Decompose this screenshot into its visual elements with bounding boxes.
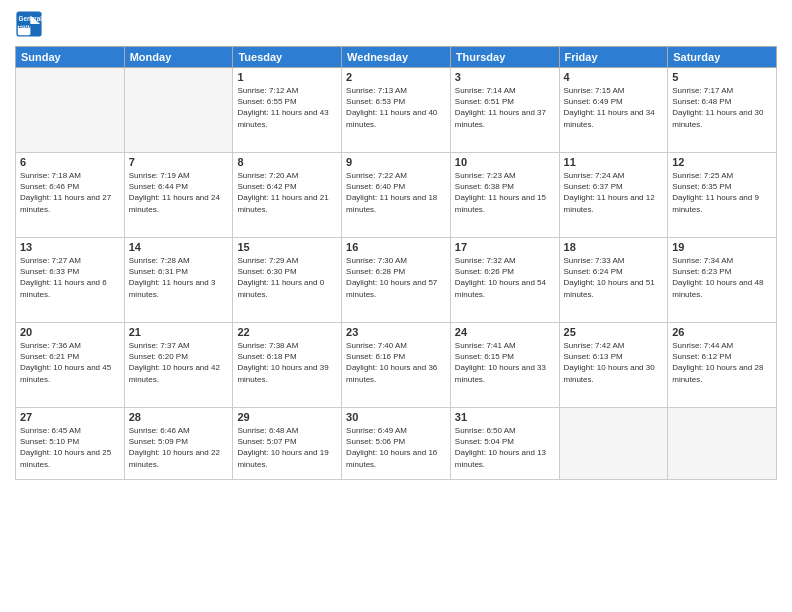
calendar-cell: 31Sunrise: 6:50 AMSunset: 5:04 PMDayligh… <box>450 408 559 480</box>
calendar-cell: 11Sunrise: 7:24 AMSunset: 6:37 PMDayligh… <box>559 153 668 238</box>
day-number: 31 <box>455 411 555 423</box>
weekday-header-tuesday: Tuesday <box>233 47 342 68</box>
day-number: 21 <box>129 326 229 338</box>
day-number: 28 <box>129 411 229 423</box>
calendar-cell: 6Sunrise: 7:18 AMSunset: 6:46 PMDaylight… <box>16 153 125 238</box>
calendar-week-1: 1Sunrise: 7:12 AMSunset: 6:55 PMDaylight… <box>16 68 777 153</box>
calendar-cell: 4Sunrise: 7:15 AMSunset: 6:49 PMDaylight… <box>559 68 668 153</box>
day-number: 1 <box>237 71 337 83</box>
logo: General Blue <box>15 10 47 38</box>
day-info: Sunrise: 7:22 AMSunset: 6:40 PMDaylight:… <box>346 170 446 215</box>
day-info: Sunrise: 7:32 AMSunset: 6:26 PMDaylight:… <box>455 255 555 300</box>
day-number: 7 <box>129 156 229 168</box>
calendar-week-3: 13Sunrise: 7:27 AMSunset: 6:33 PMDayligh… <box>16 238 777 323</box>
weekday-header-row: SundayMondayTuesdayWednesdayThursdayFrid… <box>16 47 777 68</box>
day-info: Sunrise: 6:46 AMSunset: 5:09 PMDaylight:… <box>129 425 229 470</box>
day-number: 29 <box>237 411 337 423</box>
day-number: 3 <box>455 71 555 83</box>
calendar-cell: 9Sunrise: 7:22 AMSunset: 6:40 PMDaylight… <box>342 153 451 238</box>
day-info: Sunrise: 6:50 AMSunset: 5:04 PMDaylight:… <box>455 425 555 470</box>
day-number: 25 <box>564 326 664 338</box>
calendar-cell <box>559 408 668 480</box>
calendar-cell: 30Sunrise: 6:49 AMSunset: 5:06 PMDayligh… <box>342 408 451 480</box>
calendar-cell: 28Sunrise: 6:46 AMSunset: 5:09 PMDayligh… <box>124 408 233 480</box>
calendar-cell <box>668 408 777 480</box>
calendar-cell: 26Sunrise: 7:44 AMSunset: 6:12 PMDayligh… <box>668 323 777 408</box>
day-number: 19 <box>672 241 772 253</box>
day-info: Sunrise: 7:25 AMSunset: 6:35 PMDaylight:… <box>672 170 772 215</box>
calendar-cell: 7Sunrise: 7:19 AMSunset: 6:44 PMDaylight… <box>124 153 233 238</box>
calendar-cell: 5Sunrise: 7:17 AMSunset: 6:48 PMDaylight… <box>668 68 777 153</box>
day-number: 12 <box>672 156 772 168</box>
calendar-cell: 12Sunrise: 7:25 AMSunset: 6:35 PMDayligh… <box>668 153 777 238</box>
calendar-cell <box>16 68 125 153</box>
day-info: Sunrise: 7:34 AMSunset: 6:23 PMDaylight:… <box>672 255 772 300</box>
day-number: 10 <box>455 156 555 168</box>
day-info: Sunrise: 7:38 AMSunset: 6:18 PMDaylight:… <box>237 340 337 385</box>
calendar-cell: 24Sunrise: 7:41 AMSunset: 6:15 PMDayligh… <box>450 323 559 408</box>
day-info: Sunrise: 7:20 AMSunset: 6:42 PMDaylight:… <box>237 170 337 215</box>
calendar-cell: 1Sunrise: 7:12 AMSunset: 6:55 PMDaylight… <box>233 68 342 153</box>
day-number: 14 <box>129 241 229 253</box>
calendar-cell: 3Sunrise: 7:14 AMSunset: 6:51 PMDaylight… <box>450 68 559 153</box>
day-info: Sunrise: 7:33 AMSunset: 6:24 PMDaylight:… <box>564 255 664 300</box>
day-number: 8 <box>237 156 337 168</box>
day-info: Sunrise: 7:44 AMSunset: 6:12 PMDaylight:… <box>672 340 772 385</box>
day-number: 2 <box>346 71 446 83</box>
calendar-cell: 16Sunrise: 7:30 AMSunset: 6:28 PMDayligh… <box>342 238 451 323</box>
day-info: Sunrise: 7:23 AMSunset: 6:38 PMDaylight:… <box>455 170 555 215</box>
day-number: 22 <box>237 326 337 338</box>
calendar-cell: 27Sunrise: 6:45 AMSunset: 5:10 PMDayligh… <box>16 408 125 480</box>
day-info: Sunrise: 6:49 AMSunset: 5:06 PMDaylight:… <box>346 425 446 470</box>
day-info: Sunrise: 7:24 AMSunset: 6:37 PMDaylight:… <box>564 170 664 215</box>
calendar-cell: 20Sunrise: 7:36 AMSunset: 6:21 PMDayligh… <box>16 323 125 408</box>
day-info: Sunrise: 7:41 AMSunset: 6:15 PMDaylight:… <box>455 340 555 385</box>
day-info: Sunrise: 7:40 AMSunset: 6:16 PMDaylight:… <box>346 340 446 385</box>
day-number: 20 <box>20 326 120 338</box>
weekday-header-saturday: Saturday <box>668 47 777 68</box>
day-number: 11 <box>564 156 664 168</box>
calendar-cell: 13Sunrise: 7:27 AMSunset: 6:33 PMDayligh… <box>16 238 125 323</box>
day-info: Sunrise: 7:36 AMSunset: 6:21 PMDaylight:… <box>20 340 120 385</box>
day-info: Sunrise: 7:18 AMSunset: 6:46 PMDaylight:… <box>20 170 120 215</box>
day-number: 17 <box>455 241 555 253</box>
page-container: General Blue SundayMondayTuesdayWednesda… <box>0 0 792 612</box>
calendar-cell <box>124 68 233 153</box>
svg-text:General: General <box>19 15 43 22</box>
day-info: Sunrise: 7:27 AMSunset: 6:33 PMDaylight:… <box>20 255 120 300</box>
day-number: 26 <box>672 326 772 338</box>
calendar-week-5: 27Sunrise: 6:45 AMSunset: 5:10 PMDayligh… <box>16 408 777 480</box>
calendar-cell: 15Sunrise: 7:29 AMSunset: 6:30 PMDayligh… <box>233 238 342 323</box>
day-info: Sunrise: 7:28 AMSunset: 6:31 PMDaylight:… <box>129 255 229 300</box>
calendar-cell: 21Sunrise: 7:37 AMSunset: 6:20 PMDayligh… <box>124 323 233 408</box>
day-number: 18 <box>564 241 664 253</box>
calendar-cell: 19Sunrise: 7:34 AMSunset: 6:23 PMDayligh… <box>668 238 777 323</box>
day-number: 24 <box>455 326 555 338</box>
day-info: Sunrise: 7:15 AMSunset: 6:49 PMDaylight:… <box>564 85 664 130</box>
day-number: 6 <box>20 156 120 168</box>
day-info: Sunrise: 7:14 AMSunset: 6:51 PMDaylight:… <box>455 85 555 130</box>
day-number: 30 <box>346 411 446 423</box>
day-info: Sunrise: 7:13 AMSunset: 6:53 PMDaylight:… <box>346 85 446 130</box>
day-info: Sunrise: 7:42 AMSunset: 6:13 PMDaylight:… <box>564 340 664 385</box>
calendar-cell: 10Sunrise: 7:23 AMSunset: 6:38 PMDayligh… <box>450 153 559 238</box>
day-number: 9 <box>346 156 446 168</box>
calendar-cell: 18Sunrise: 7:33 AMSunset: 6:24 PMDayligh… <box>559 238 668 323</box>
svg-text:Blue: Blue <box>19 22 33 29</box>
day-info: Sunrise: 6:48 AMSunset: 5:07 PMDaylight:… <box>237 425 337 470</box>
day-number: 13 <box>20 241 120 253</box>
day-number: 16 <box>346 241 446 253</box>
day-info: Sunrise: 7:37 AMSunset: 6:20 PMDaylight:… <box>129 340 229 385</box>
weekday-header-friday: Friday <box>559 47 668 68</box>
day-info: Sunrise: 7:29 AMSunset: 6:30 PMDaylight:… <box>237 255 337 300</box>
calendar-cell: 2Sunrise: 7:13 AMSunset: 6:53 PMDaylight… <box>342 68 451 153</box>
calendar-week-4: 20Sunrise: 7:36 AMSunset: 6:21 PMDayligh… <box>16 323 777 408</box>
day-info: Sunrise: 7:17 AMSunset: 6:48 PMDaylight:… <box>672 85 772 130</box>
weekday-header-sunday: Sunday <box>16 47 125 68</box>
calendar-cell: 23Sunrise: 7:40 AMSunset: 6:16 PMDayligh… <box>342 323 451 408</box>
day-number: 4 <box>564 71 664 83</box>
weekday-header-monday: Monday <box>124 47 233 68</box>
header: General Blue <box>15 10 777 38</box>
calendar-cell: 8Sunrise: 7:20 AMSunset: 6:42 PMDaylight… <box>233 153 342 238</box>
day-number: 27 <box>20 411 120 423</box>
